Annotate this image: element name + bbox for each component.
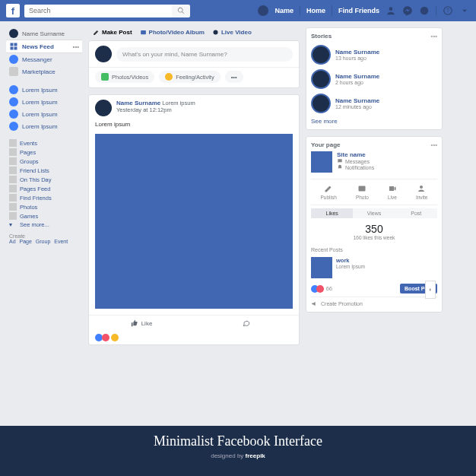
nav-home[interactable]: Home: [306, 7, 325, 14]
sidebar-on-this-day[interactable]: On This Day: [6, 175, 82, 184]
story-item[interactable]: Name Surname13 hours ago: [311, 43, 437, 67]
stories-card: Stories••• Name Surname13 hours ago Name…: [306, 27, 443, 130]
sidebar-photos[interactable]: Photos: [6, 202, 82, 211]
user-plus-icon: [417, 184, 427, 193]
groups-icon: [9, 157, 17, 165]
sidebar-shortcut[interactable]: Lorem Ipsum: [6, 120, 82, 132]
tab-make-post[interactable]: Make Post: [93, 29, 132, 36]
photos-icon: [101, 73, 109, 81]
love-reaction: [316, 285, 324, 293]
globe-icon[interactable]: [419, 5, 430, 16]
tab-likes[interactable]: Likes: [311, 208, 353, 218]
sidebar-shortcut[interactable]: Lorem Ipsum: [6, 108, 82, 120]
message-icon: [337, 158, 343, 164]
sidebar-friend-lists[interactable]: Friend Lists: [6, 166, 82, 175]
post-author[interactable]: Name Surname: [116, 100, 160, 106]
sidebar-shortcut[interactable]: Lorem Ipsum: [6, 96, 82, 108]
create-page[interactable]: Page: [20, 239, 32, 244]
search-button[interactable]: [172, 5, 190, 17]
sidebar-marketplace[interactable]: Marketplace: [6, 65, 82, 78]
story-item[interactable]: Name Surname12 minutes ago: [311, 91, 437, 116]
recent-post-image: [311, 257, 332, 278]
post-reactions: [89, 331, 299, 344]
invite-button[interactable]: Invite: [416, 184, 428, 200]
comment-button[interactable]: [194, 316, 299, 331]
header-avatar[interactable]: [258, 5, 268, 16]
sidebar-find-friends[interactable]: Find Friends: [6, 193, 82, 202]
page-thumbnail[interactable]: [311, 151, 332, 173]
sidebar-profile[interactable]: Name Surname: [6, 27, 82, 40]
nav-find-friends[interactable]: Find Friends: [338, 7, 379, 14]
post-image[interactable]: [95, 134, 293, 309]
help-icon[interactable]: ?: [443, 5, 453, 16]
composer-more-button[interactable]: •••: [225, 71, 243, 83]
friends-icon[interactable]: [386, 5, 396, 16]
sidebar-see-more[interactable]: ▾See more...: [6, 221, 82, 229]
svg-point-0: [420, 7, 429, 15]
stories-menu[interactable]: •••: [431, 33, 437, 40]
like-icon: [131, 319, 138, 327]
games-icon: [9, 212, 17, 220]
live-button[interactable]: Live: [388, 184, 397, 200]
story-item[interactable]: Name Surname2 hours ago: [311, 67, 437, 91]
sidebar-news-feed[interactable]: News Feed•••: [6, 40, 82, 53]
footer-banner: Minimalist Facebook Interface designed b…: [0, 426, 476, 476]
sidebar-games[interactable]: Games: [6, 211, 82, 221]
group-icon: [9, 109, 18, 119]
publish-button[interactable]: Publish: [321, 184, 337, 200]
page-name[interactable]: Site name: [337, 151, 374, 158]
composer-input[interactable]: What's on your mind, Name Surname?: [116, 47, 293, 62]
tab-post[interactable]: Post: [395, 208, 437, 218]
tab-live-video[interactable]: Live Video: [212, 29, 252, 36]
next-button[interactable]: [425, 281, 436, 299]
bell-icon: [337, 164, 343, 170]
tab-views[interactable]: Views: [353, 208, 395, 218]
sidebar-events[interactable]: Events: [6, 138, 82, 148]
messenger-icon[interactable]: [402, 5, 413, 16]
page-stat-sub: 160 likes this week: [311, 235, 437, 240]
chevron-down-icon[interactable]: [459, 5, 470, 16]
page-stat-number: 350: [311, 223, 437, 235]
left-sidebar: Name Surname News Feed••• Messanger Mark…: [6, 21, 82, 426]
search-input[interactable]: [29, 7, 179, 14]
sidebar-shortcut[interactable]: Lorem Ipsum: [6, 84, 82, 96]
recent-post-desc: Lorem Ipsum: [336, 264, 365, 269]
marketplace-icon: [9, 67, 18, 76]
sidebar-pages[interactable]: Pages: [6, 148, 82, 157]
svg-rect-3: [141, 30, 146, 34]
recent-post-item[interactable]: work Lorem Ipsum: [311, 255, 437, 281]
create-group[interactable]: Group: [36, 239, 50, 244]
stories-see-more[interactable]: See more: [311, 116, 437, 125]
sidebar-messenger[interactable]: Messanger: [6, 53, 82, 65]
live-icon: [212, 29, 219, 36]
dots-icon[interactable]: •••: [73, 43, 79, 50]
page-notifications[interactable]: Notifications: [337, 164, 374, 170]
composer-feeling-button[interactable]: Feeling/Activity: [159, 71, 220, 83]
sidebar-create: Create Ad Page Group Event: [6, 232, 82, 246]
search-icon: [177, 7, 185, 14]
post-avatar[interactable]: [95, 100, 112, 116]
create-promotion[interactable]: Create Promotion: [311, 297, 437, 307]
svg-rect-5: [359, 186, 366, 192]
photo-button[interactable]: Photo: [356, 184, 369, 200]
header-nav: Name Home Find Friends ?: [258, 5, 470, 16]
composer-photos-button[interactable]: Photos/Videos: [95, 71, 154, 83]
svg-text:?: ?: [446, 8, 449, 13]
nav-name[interactable]: Name: [274, 7, 294, 14]
like-button[interactable]: Like: [89, 316, 194, 331]
create-event[interactable]: Event: [54, 239, 68, 244]
sidebar-pages-feed[interactable]: Pages Feed: [6, 184, 82, 193]
center-column: Make Post Photo/Video Album Live Video W…: [88, 21, 300, 426]
events-icon: [9, 139, 17, 147]
facebook-logo[interactable]: f: [6, 4, 20, 17]
sidebar-groups[interactable]: Groups: [6, 157, 82, 166]
camera-icon: [388, 184, 397, 193]
group-icon: [9, 85, 18, 94]
tab-photo-album[interactable]: Photo/Video Album: [140, 29, 205, 36]
your-page-menu[interactable]: •••: [431, 141, 437, 148]
your-page-title: Your page: [311, 141, 341, 148]
composer-avatar[interactable]: [95, 46, 112, 62]
create-ad[interactable]: Ad: [9, 239, 16, 244]
page-messages[interactable]: Messages: [337, 158, 374, 164]
search-box: [24, 5, 184, 17]
